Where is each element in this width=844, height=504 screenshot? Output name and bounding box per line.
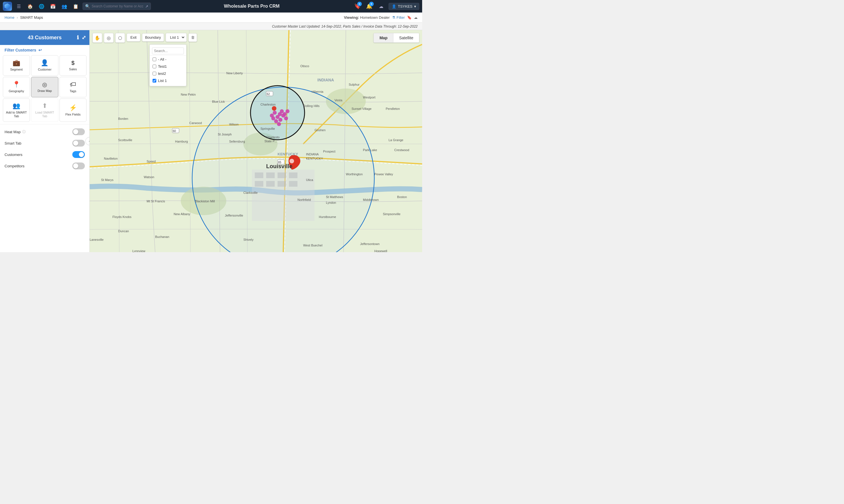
filter-customers-label: Filter Customers ↩ bbox=[0, 45, 89, 54]
draw-map-icon: ◎ bbox=[42, 81, 47, 88]
filter-geography-btn[interactable]: 📍 Geography bbox=[3, 77, 30, 97]
map-type-map-btn[interactable]: Map bbox=[374, 33, 393, 42]
dropdown-search-input[interactable] bbox=[152, 48, 184, 54]
flex-fields-label: Flex Fields bbox=[66, 113, 80, 116]
sales-icon: $ bbox=[71, 60, 75, 66]
heat-map-toggle[interactable] bbox=[72, 128, 85, 135]
svg-point-25 bbox=[277, 122, 281, 126]
dropdown-label-list1: List 1 bbox=[158, 78, 167, 83]
svg-text:Lynnview: Lynnview bbox=[132, 249, 145, 252]
competitors-label-toggle: Competitors bbox=[4, 164, 24, 168]
svg-text:Park Lake: Park Lake bbox=[363, 148, 377, 152]
svg-text:Northfield: Northfield bbox=[298, 198, 311, 201]
filter-sales-btn[interactable]: $ Sales bbox=[59, 55, 87, 76]
notification-btn[interactable]: 🔔 0 bbox=[365, 2, 374, 11]
boundary-label: Boundary bbox=[142, 33, 164, 41]
filter-label: Filter bbox=[396, 15, 405, 20]
external-link-icon[interactable]: ↗ bbox=[145, 4, 148, 8]
bookmark-bar-icon[interactable]: 🔖 bbox=[407, 15, 412, 20]
svg-text:Watson: Watson bbox=[144, 175, 154, 179]
svg-text:Sunset Village: Sunset Village bbox=[352, 107, 372, 110]
smart-tab-toggle-row: Smart Tab bbox=[0, 138, 89, 149]
customer-count: 43 Customers bbox=[28, 35, 61, 41]
svg-text:Navilleton: Navilleton bbox=[104, 157, 118, 160]
user-name: TSYKES bbox=[398, 4, 412, 8]
svg-text:Floyds Knobs: Floyds Knobs bbox=[112, 215, 131, 219]
dropdown-check-all[interactable] bbox=[152, 57, 156, 61]
svg-text:Springville: Springville bbox=[261, 127, 275, 130]
filter-btn[interactable]: ⚗ Filter bbox=[392, 15, 405, 20]
exit-btn[interactable]: Exit bbox=[127, 33, 140, 41]
filter-segment-btn[interactable]: 💼 Segment bbox=[3, 55, 30, 76]
competitors-toggle[interactable] bbox=[72, 162, 85, 169]
svg-text:Otisco: Otisco bbox=[300, 64, 309, 68]
main-layout: 43 Customers ℹ ⤢ Filter Customers ↩ 💼 Se… bbox=[0, 30, 422, 252]
heat-map-info-icon[interactable]: ⓘ bbox=[22, 129, 25, 134]
filter-load-smart-tab-btn: ⬆ Load SMART Tab bbox=[31, 98, 58, 122]
customers-toggle[interactable] bbox=[72, 151, 85, 158]
cloud-icon[interactable]: ☁ bbox=[377, 2, 386, 11]
dropdown-item-list1[interactable]: List 1 bbox=[150, 77, 186, 84]
map-type-satellite-btn[interactable]: Satellite bbox=[393, 33, 419, 42]
dropdown-item-test2[interactable]: test2 bbox=[150, 70, 186, 77]
svg-text:62: 62 bbox=[267, 92, 270, 96]
draw-map-label: Draw Map bbox=[38, 89, 52, 93]
smart-tab-toggle[interactable] bbox=[72, 140, 85, 147]
svg-point-27 bbox=[286, 109, 289, 113]
add-smart-tab-icon: 👥 bbox=[13, 102, 20, 110]
cloud-bar-icon[interactable]: ☁ bbox=[414, 15, 418, 20]
load-smart-tab-label: Load SMART Tab bbox=[33, 111, 56, 118]
task-icon[interactable]: 📋 bbox=[71, 2, 80, 11]
flex-fields-icon: ⚡ bbox=[69, 104, 77, 111]
boundary-select[interactable]: List 1 Test1 test2 - All - bbox=[167, 34, 185, 41]
filter-tags-btn[interactable]: 🏷 Tags bbox=[59, 77, 87, 97]
dropdown-item-test1[interactable]: Test1 bbox=[150, 63, 186, 70]
boundary-controls: Exit Boundary List 1 Test1 test2 - All -… bbox=[127, 33, 197, 42]
dropdown-label-test2: test2 bbox=[158, 71, 166, 76]
svg-text:Borden: Borden bbox=[118, 117, 128, 120]
pan-tool-btn[interactable]: ✋ bbox=[92, 33, 102, 43]
filter-grid: 💼 Segment 👤 Customer $ Sales 📍 Geography… bbox=[0, 54, 89, 123]
reset-filter-icon[interactable]: ↩ bbox=[38, 48, 42, 52]
svg-text:Sellersburg: Sellersburg bbox=[229, 140, 245, 143]
svg-point-21 bbox=[274, 119, 278, 123]
svg-text:Hibernia: Hibernia bbox=[312, 90, 324, 93]
customers-label-toggle: Customers bbox=[4, 152, 22, 157]
polygon-draw-btn[interactable]: ⬡ bbox=[115, 33, 125, 43]
filter-draw-map-btn[interactable]: ◎ Draw Map bbox=[31, 77, 58, 97]
svg-text:Utica: Utica bbox=[306, 178, 313, 182]
bookmark-badge: 0 bbox=[357, 2, 362, 6]
globe-icon[interactable]: 🌐 bbox=[37, 2, 46, 11]
dropdown-check-test1[interactable] bbox=[152, 65, 156, 68]
svg-text:Pendleton: Pendleton bbox=[386, 107, 400, 110]
dropdown-item-all[interactable]: - All - bbox=[150, 56, 186, 63]
info-icon[interactable]: ℹ bbox=[77, 34, 79, 41]
svg-text:Mt St Francis: Mt St Francis bbox=[147, 199, 165, 203]
dropdown-label-test1: Test1 bbox=[158, 64, 167, 69]
breadcrumb-home[interactable]: Home bbox=[4, 15, 15, 20]
filter-flex-fields-btn[interactable]: ⚡ Flex Fields bbox=[59, 98, 87, 122]
home-icon[interactable]: 🏠 bbox=[25, 2, 35, 11]
filter-icon: ⚗ bbox=[392, 15, 395, 20]
boundary-delete-btn[interactable]: 🗑 bbox=[188, 33, 197, 42]
circle-draw-btn[interactable]: ◎ bbox=[104, 33, 113, 43]
user-menu-btn[interactable]: 👤 TSYKES ▾ bbox=[389, 3, 419, 10]
user-avatar-icon: 👤 bbox=[392, 4, 396, 8]
svg-text:KENTUCKY: KENTUCKY bbox=[306, 157, 323, 160]
filter-customer-btn[interactable]: 👤 Customer bbox=[31, 55, 58, 76]
dropdown-check-test2[interactable] bbox=[152, 72, 156, 75]
heat-map-label: Heat Map ⓘ bbox=[4, 129, 25, 134]
calendar-icon[interactable]: 📅 bbox=[48, 2, 57, 11]
search-input[interactable] bbox=[92, 4, 143, 8]
people-icon[interactable]: 👥 bbox=[60, 2, 69, 11]
dropdown-check-list1[interactable] bbox=[152, 79, 156, 83]
heat-map-toggle-row: Heat Map ⓘ bbox=[0, 126, 89, 138]
svg-text:St Joseph: St Joseph bbox=[218, 132, 232, 136]
menu-icon[interactable]: ☰ bbox=[14, 2, 23, 11]
bookmark-btn[interactable]: 🔖 0 bbox=[353, 2, 362, 11]
tags-label: Tags bbox=[70, 89, 76, 93]
filter-add-smart-tab-btn[interactable]: 👥 Add to SMART Tab bbox=[3, 98, 30, 122]
svg-text:New Albany: New Albany bbox=[174, 212, 191, 216]
svg-text:Jeffersonville: Jeffersonville bbox=[225, 214, 243, 217]
expand-icon[interactable]: ⤢ bbox=[82, 34, 86, 41]
